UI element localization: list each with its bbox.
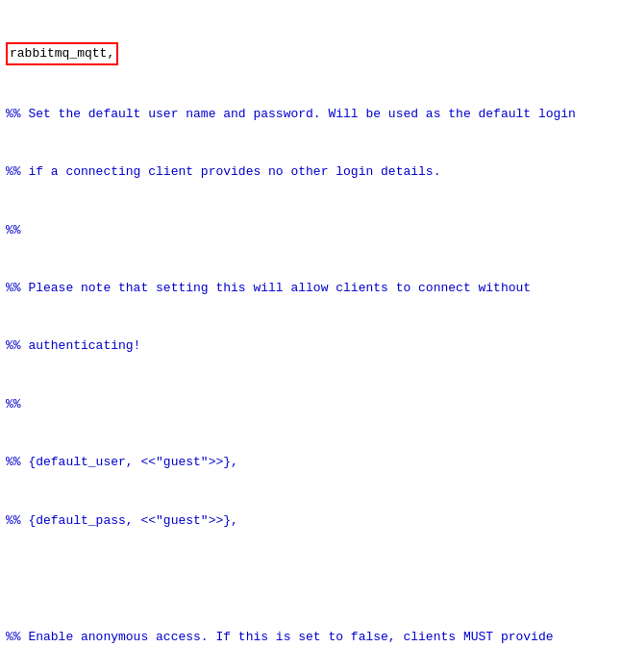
line-title: rabbitmq_mqtt,	[6, 42, 616, 65]
title-highlight: rabbitmq_mqtt,	[6, 42, 118, 65]
line-1: %% Set the default user name and passwor…	[6, 105, 616, 124]
line-blank-1	[6, 569, 616, 588]
line-8: %% {default_pass, <<"guest">>},	[6, 511, 616, 531]
code-container: rabbitmq_mqtt, %% Set the default user n…	[0, 0, 622, 672]
line-6: %%	[6, 395, 616, 414]
line-10: %% Enable anonymous access. If this is s…	[6, 628, 616, 647]
line-3: %%	[6, 221, 616, 240]
line-7: %% {default_user, <<"guest">>},	[6, 453, 616, 472]
line-4: %% Please note that setting this will al…	[6, 279, 616, 298]
line-2: %% if a connecting client provides no ot…	[6, 162, 616, 182]
line-5: %% authenticating!	[6, 336, 616, 356]
